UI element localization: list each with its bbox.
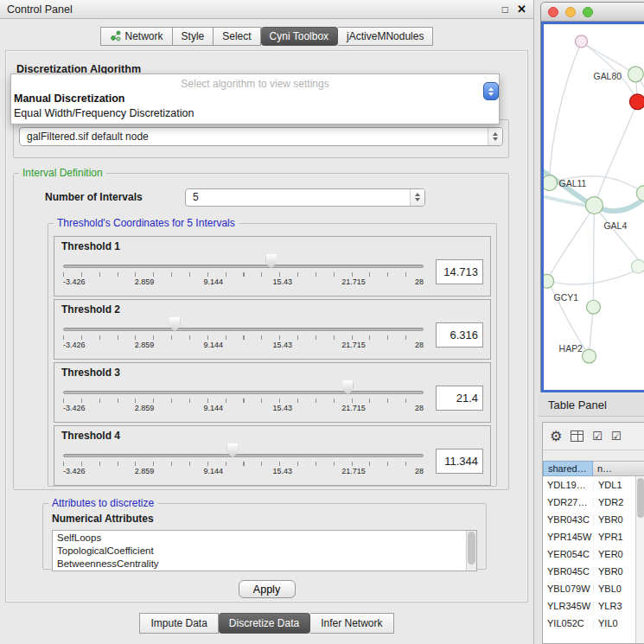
table-header-row: shared… n… bbox=[543, 461, 644, 476]
algorithm-combobox-stepper[interactable] bbox=[483, 82, 499, 100]
cell-shared-name[interactable]: YBR045C bbox=[543, 566, 593, 577]
float-window-icon[interactable]: □ bbox=[502, 4, 508, 15]
table-row[interactable]: YPR145W YPR1 bbox=[543, 528, 635, 545]
interval-definition-legend: Interval Definition bbox=[19, 167, 106, 179]
tab-style[interactable]: Style bbox=[173, 27, 214, 46]
cell-shared-name[interactable]: YPR145W bbox=[543, 532, 593, 542]
scale-label: 9.144 bbox=[204, 467, 224, 475]
cell-name[interactable]: YER0 bbox=[593, 549, 635, 559]
slider-track[interactable] bbox=[63, 391, 424, 394]
node[interactable] bbox=[631, 259, 644, 273]
table-row[interactable]: YDR27… YDR2 bbox=[543, 494, 635, 511]
threshold-3-value-field[interactable]: 21.4 bbox=[436, 386, 483, 411]
cell-shared-name[interactable]: YDL19… bbox=[543, 480, 593, 490]
cell-shared-name[interactable]: YBL079W bbox=[543, 583, 593, 594]
scrollbar-thumb[interactable] bbox=[468, 532, 475, 564]
control-panel-window: Control Panel □ ✕ Network Style Select C… bbox=[0, 0, 534, 644]
scale-label: 15.43 bbox=[272, 341, 292, 349]
column-chooser-icon[interactable] bbox=[571, 430, 583, 442]
network-icon bbox=[110, 30, 122, 41]
table-scrollbar[interactable] bbox=[635, 476, 644, 643]
node[interactable] bbox=[636, 186, 644, 201]
cell-name[interactable]: YBL0 bbox=[593, 583, 635, 594]
threshold-3-slider[interactable]: -3.4262.8599.14415.4321.71528 bbox=[63, 379, 424, 416]
table-row[interactable]: YDL19… YDL1 bbox=[543, 476, 635, 494]
select-checkbox-icon[interactable]: ☑ bbox=[592, 430, 603, 442]
tab-discretize-data[interactable]: Discretize Data bbox=[219, 613, 310, 634]
node-label: GAL11 bbox=[559, 179, 587, 188]
threshold-4-slider[interactable]: -3.4262.8599.14415.4321.71528 bbox=[63, 443, 424, 479]
column-header-shared-name[interactable]: shared… bbox=[543, 461, 593, 476]
slider-track[interactable] bbox=[63, 454, 424, 457]
node[interactable] bbox=[544, 274, 554, 288]
cell-shared-name[interactable]: YLR345W bbox=[543, 601, 593, 611]
network-view-canvas[interactable]: GAL80 GAL11 GAL4 GCY1 HAP2 bbox=[541, 22, 644, 392]
tab-jactivemnodules[interactable]: jActiveMNodules bbox=[338, 27, 433, 46]
cell-shared-name[interactable]: YBR043C bbox=[543, 514, 593, 525]
close-window-icon[interactable]: ✕ bbox=[517, 3, 526, 15]
threshold-2-slider[interactable]: -3.4262.8599.14415.4321.71528 bbox=[63, 316, 424, 353]
threshold-4-value-field[interactable]: 11.344 bbox=[436, 449, 483, 474]
cell-name[interactable]: YDL1 bbox=[593, 480, 635, 490]
minimize-traffic-light-icon[interactable] bbox=[565, 7, 576, 17]
zoom-traffic-light-icon[interactable] bbox=[583, 7, 593, 17]
number-of-intervals-combobox[interactable]: 5 bbox=[185, 188, 425, 207]
stepper-up-icon bbox=[488, 87, 494, 91]
table-row[interactable]: YBR045C YBR0 bbox=[543, 563, 635, 580]
algorithm-option-equal-width[interactable]: Equal Width/Frequency Discretization bbox=[11, 106, 499, 121]
settings-gear-icon[interactable]: ⚙ bbox=[550, 430, 562, 443]
apply-button[interactable]: Apply bbox=[239, 580, 296, 598]
cell-name[interactable]: YBR0 bbox=[593, 566, 635, 577]
node[interactable] bbox=[586, 197, 603, 214]
slider-track[interactable] bbox=[63, 328, 424, 331]
attribute-item[interactable]: BetweennessCentrality bbox=[57, 558, 466, 571]
close-traffic-light-icon[interactable] bbox=[548, 7, 558, 17]
threshold-2-box: Threshold 2 -3.4262.8599.14415.4321.7152… bbox=[54, 299, 491, 360]
cell-shared-name[interactable]: YDR27… bbox=[543, 497, 593, 507]
tab-infer-network[interactable]: Infer Network bbox=[310, 613, 393, 634]
attributes-list-scrollbar[interactable] bbox=[466, 531, 476, 571]
tab-impute-data[interactable]: Impute Data bbox=[139, 613, 218, 634]
algorithm-option-manual-discretization[interactable]: Manual Discretization bbox=[11, 92, 499, 106]
scrollbar-thumb[interactable] bbox=[637, 478, 644, 518]
attribute-item[interactable]: SelfLoops bbox=[57, 532, 466, 545]
select-checkbox-icon[interactable]: ☑ bbox=[611, 430, 622, 442]
cyni-bottom-tabbar: Impute Data Discretize Data Infer Networ… bbox=[0, 613, 533, 634]
node[interactable] bbox=[576, 35, 588, 48]
node[interactable] bbox=[544, 175, 558, 191]
table-row[interactable]: YIL052C YIL0 bbox=[543, 615, 635, 632]
column-header-name[interactable]: n… bbox=[593, 461, 644, 476]
node[interactable] bbox=[628, 67, 643, 82]
tab-label: Select bbox=[222, 30, 251, 42]
cell-shared-name[interactable]: YIL052C bbox=[543, 618, 593, 628]
threshold-1-value-field[interactable]: 14.713 bbox=[436, 259, 483, 284]
node-label: GAL80 bbox=[594, 72, 622, 81]
network-window-titlebar[interactable] bbox=[541, 3, 644, 22]
cell-name[interactable]: YLR3 bbox=[593, 601, 635, 611]
scale-label: 2.859 bbox=[135, 404, 155, 412]
table-row[interactable]: YER054C YER0 bbox=[543, 545, 635, 563]
tab-cyni-toolbox[interactable]: Cyni Toolbox bbox=[261, 27, 338, 46]
slider-ticks bbox=[63, 462, 424, 466]
threshold-1-slider[interactable]: -3.4262.8599.14415.4321.71528 bbox=[63, 253, 424, 290]
node-selected[interactable] bbox=[629, 94, 644, 110]
cell-name[interactable]: YDR2 bbox=[593, 497, 635, 507]
threshold-2-value-field[interactable]: 6.316 bbox=[436, 322, 483, 348]
table-data-combobox[interactable]: galFiltered.sif default node bbox=[19, 127, 503, 146]
table-row[interactable]: YBL079W YBL0 bbox=[543, 580, 635, 597]
slider-track[interactable] bbox=[63, 265, 424, 268]
cell-shared-name[interactable]: YER054C bbox=[543, 549, 593, 559]
cell-name[interactable]: YBR0 bbox=[593, 514, 635, 525]
table-row[interactable]: YLR345W YLR3 bbox=[543, 597, 635, 615]
tab-network[interactable]: Network bbox=[100, 27, 173, 46]
node[interactable] bbox=[587, 300, 601, 314]
algorithm-option-placeholder[interactable]: Select algorithm to view settings bbox=[11, 74, 499, 92]
cell-name[interactable]: YPR1 bbox=[593, 532, 635, 542]
table-row[interactable]: YBR043C YBR0 bbox=[543, 511, 635, 528]
attribute-item[interactable]: TopologicalCoefficient bbox=[57, 545, 466, 558]
control-panel-tabbar: Network Style Select Cyni Toolbox jActiv… bbox=[0, 27, 533, 46]
node[interactable] bbox=[583, 349, 596, 363]
slider-ticks bbox=[63, 272, 424, 277]
tab-select[interactable]: Select bbox=[214, 27, 260, 46]
cell-name[interactable]: YIL0 bbox=[593, 618, 635, 628]
